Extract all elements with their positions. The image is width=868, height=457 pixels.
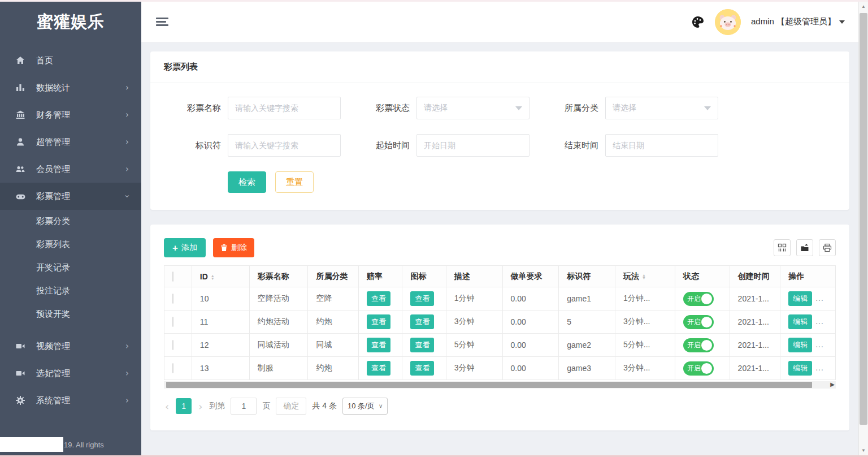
sidebar-item-members[interactable]: 会员管理 ›	[0, 156, 141, 183]
scroll-up-arrow[interactable]: ▲	[861, 4, 866, 9]
end-date-input[interactable]	[605, 134, 718, 157]
cell-desc: 1分钟	[446, 287, 502, 311]
home-icon	[15, 55, 26, 66]
sidebar-item-video[interactable]: 视频管理 ›	[0, 333, 141, 360]
select-all-checkbox[interactable]	[172, 271, 173, 282]
cell-name: 同城活动	[249, 334, 308, 357]
column-settings-button[interactable]	[774, 239, 791, 256]
view-icon-button[interactable]: 查看	[410, 291, 434, 306]
edit-button[interactable]: 编辑	[788, 314, 812, 329]
start-date-input[interactable]	[416, 134, 530, 157]
col-status: 状态	[675, 266, 730, 287]
row-checkbox[interactable]	[172, 317, 173, 327]
status-toggle[interactable]: 开启	[683, 361, 714, 376]
edit-button[interactable]: 编辑	[788, 338, 812, 352]
sidebar-subitem-lottery-category[interactable]: 彩票分类	[0, 210, 141, 233]
scrollbar-thumb[interactable]	[166, 382, 812, 388]
sidebar-subitem-bet-records[interactable]: 投注记录	[0, 279, 141, 303]
view-odds-button[interactable]: 查看	[367, 361, 390, 376]
col-play[interactable]: 玩法▲▼	[615, 266, 675, 287]
horizontal-scrollbar[interactable]: ▶	[164, 381, 836, 389]
col-created: 创建时间	[730, 266, 780, 287]
bank-icon	[15, 109, 26, 120]
identifier-label: 标识符	[173, 140, 221, 151]
status-toggle[interactable]: 开启	[683, 338, 714, 352]
view-odds-button[interactable]: 查看	[367, 314, 390, 329]
sidebar-subitem-preset-draw[interactable]: 预设开奖	[0, 303, 141, 326]
menu-toggle-icon[interactable]	[156, 16, 170, 28]
submenu-label: 彩票列表	[36, 239, 70, 250]
trash-icon	[220, 244, 228, 252]
scroll-down-arrow[interactable]: ▼	[861, 448, 866, 453]
chevron-right-icon: ›	[125, 83, 129, 93]
chevron-down-icon: ›	[122, 195, 132, 198]
per-page-value: 10 条/页	[348, 401, 375, 411]
toggle-knob	[701, 294, 712, 304]
sidebar-item-finance[interactable]: 财务管理 ›	[0, 101, 141, 128]
vertical-scrollbar[interactable]: ▲ ▼	[858, 2, 868, 455]
per-page-select[interactable]: 10 条/页 ˅	[342, 398, 388, 415]
table-card: + 添加 删除	[150, 225, 849, 430]
sidebar-item-lottery[interactable]: 彩票管理 ›	[0, 183, 141, 210]
edit-button[interactable]: 编辑	[788, 361, 812, 376]
cell-name: 空降活动	[249, 287, 308, 311]
user-avatar[interactable]	[715, 9, 741, 35]
sidebar-item-system[interactable]: 系统管理 ›	[0, 387, 141, 414]
view-icon-button[interactable]: 查看	[410, 338, 434, 352]
col-id[interactable]: ID▲▼	[192, 266, 249, 287]
row-checkbox[interactable]	[172, 363, 173, 373]
lottery-status-select[interactable]: 请选择	[416, 97, 530, 119]
row-checkbox[interactable]	[172, 294, 173, 304]
cell-order-req: 0.00	[502, 357, 559, 380]
view-icon-button[interactable]: 查看	[410, 314, 434, 329]
col-icon: 图标	[402, 266, 446, 287]
goto-page-input[interactable]	[231, 398, 257, 415]
cell-play: 1分钟...	[615, 287, 675, 311]
status-toggle[interactable]: 开启	[683, 292, 714, 306]
status-toggle[interactable]: 开启	[683, 315, 714, 329]
next-page-button[interactable]: ›	[197, 400, 203, 412]
lottery-name-input[interactable]	[228, 97, 341, 119]
page-number-button[interactable]: 1	[176, 398, 192, 414]
main-area: admin 【超级管理员】 彩票列表 彩票名称 彩票状态 请选择	[141, 2, 858, 455]
reset-button[interactable]: 重置	[275, 171, 314, 193]
add-button[interactable]: + 添加	[164, 238, 206, 257]
scroll-right-arrow[interactable]: ▶	[830, 381, 835, 387]
identifier-input[interactable]	[228, 134, 341, 157]
cell-desc: 3分钟	[446, 311, 502, 334]
gamepad-icon	[15, 191, 26, 202]
category-select[interactable]: 请选择	[605, 97, 718, 119]
goto-confirm-button[interactable]: 确定	[276, 398, 306, 415]
select-placeholder: 请选择	[613, 103, 636, 113]
sidebar-subitem-draw-records[interactable]: 开奖记录	[0, 256, 141, 279]
theme-palette-icon[interactable]	[691, 15, 705, 29]
sidebar-item-data-stats[interactable]: 数据统计 ›	[0, 74, 141, 101]
chevron-right-icon: ›	[125, 164, 129, 174]
delete-button[interactable]: 删除	[213, 238, 254, 257]
row-checkbox[interactable]	[172, 340, 173, 350]
select-placeholder: 请选择	[424, 103, 448, 113]
view-odds-button[interactable]: 查看	[367, 291, 390, 306]
edit-button[interactable]: 编辑	[788, 291, 812, 306]
cell-id: 11	[192, 311, 249, 334]
toggle-label: 开启	[687, 340, 701, 350]
search-button[interactable]: 检索	[228, 171, 266, 193]
top-header: admin 【超级管理员】	[141, 2, 858, 42]
export-button[interactable]	[796, 239, 813, 256]
sidebar-item-concubine[interactable]: 选妃管理 ›	[0, 360, 141, 387]
prev-page-button[interactable]: ‹	[164, 400, 170, 412]
user-menu[interactable]: admin 【超级管理员】	[751, 16, 845, 27]
sidebar-item-superadmin[interactable]: 超管管理 ›	[0, 128, 141, 156]
submenu-label: 预设开奖	[36, 309, 70, 320]
toggle-knob	[701, 317, 712, 327]
sidebar-item-home[interactable]: 首页	[0, 47, 141, 74]
scrollbar-thumb[interactable]	[860, 13, 867, 425]
cell-identifier: game1	[559, 287, 615, 311]
view-odds-button[interactable]: 查看	[367, 338, 390, 352]
sidebar-item-label: 首页	[36, 55, 129, 66]
view-icon-button[interactable]: 查看	[410, 361, 434, 376]
table-row: 11 约炮活动 约炮 查看 查看 3分钟 0.00 5 3分钟... 开启 20…	[164, 311, 836, 334]
sidebar-subitem-lottery-list[interactable]: 彩票列表	[0, 233, 141, 256]
table-header-row: ID▲▼ 彩票名称 所属分类 赔率 图标 描述 做单要求 标识符 玩法▲▼ 状态…	[164, 266, 836, 287]
print-button[interactable]	[819, 239, 836, 256]
